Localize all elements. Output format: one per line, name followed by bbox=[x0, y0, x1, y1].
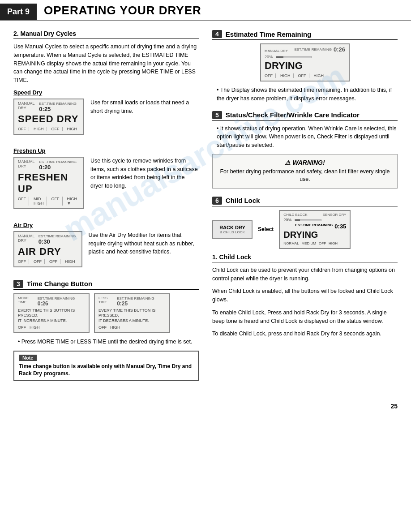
childlock-row: RACK DRY & CHILD LOCK Select CHILD BLOCK… bbox=[212, 210, 398, 249]
rack-dry-button[interactable]: RACK DRY & CHILD LOCK bbox=[212, 220, 253, 239]
rack-dry-sub: & CHILD LOCK bbox=[218, 230, 246, 234]
child-lock-p1: Child Lock can be used to prevent your c… bbox=[212, 266, 398, 283]
section-childlock: 6 Child Lock RACK DRY & CHILD LOCK Selec… bbox=[212, 197, 398, 338]
rack-dry-label: RACK DRY bbox=[218, 225, 246, 230]
freshen-up-desc: Use this cycle to remove wrinkles from i… bbox=[90, 157, 199, 190]
speed-dry-row: MANUAL DRY EST.TIME REMAINING 0:25 SPEED… bbox=[13, 99, 199, 137]
air-dry-row: MANUAL DRY EST.TIME REMAINING 0:30 AIR D… bbox=[13, 231, 199, 270]
note-box: Note Time change button is available onl… bbox=[13, 351, 199, 382]
select-label: Select bbox=[258, 226, 274, 232]
section5-heading: Status/Check Filter/Wrinkle Care Indicat… bbox=[226, 111, 360, 119]
part-badge: Part 9 bbox=[0, 4, 37, 20]
air-dry-heading: Air Dry bbox=[13, 222, 199, 228]
est-cycle-name: DRYING bbox=[265, 60, 345, 72]
warning-text: For better drying performance and safety… bbox=[219, 168, 391, 184]
status-bullet: It shows status of drying operation. Whe… bbox=[212, 124, 398, 150]
section3-heading-row: 3 Time Change Button bbox=[13, 280, 199, 290]
childlock-sub-heading: 1. Child Lock bbox=[212, 253, 398, 262]
section-est-time: 4 Estimated Time Remaining MANUAL DRY ES… bbox=[212, 30, 398, 103]
child-lock-p2: When Child Lock is enabled, all the butt… bbox=[212, 287, 398, 304]
section2-heading: 2. Manual Dry Cycles bbox=[13, 30, 199, 39]
freshen-up-time-value: 0:20 bbox=[39, 164, 51, 171]
tc-bullet: Press MORE TIME or LESS TIME until the d… bbox=[13, 338, 199, 346]
section6-heading-row: 6 Child Lock bbox=[212, 197, 398, 206]
main-content: 2. Manual Dry Cycles Use Manual Cycles t… bbox=[0, 21, 411, 398]
freshen-up-label: MANUAL DRY bbox=[18, 159, 39, 171]
air-dry-desc: Use the Air Dry Modifier for items that … bbox=[89, 231, 199, 256]
speed-dry-desc: Use for small loads or loads that need a… bbox=[90, 99, 199, 116]
left-column: 2. Manual Dry Cycles Use Manual Cycles t… bbox=[13, 30, 199, 389]
speed-dry-time-label: EST.TIME REMAINING bbox=[39, 102, 77, 106]
right-column: 4 Estimated Time Remaining MANUAL DRY ES… bbox=[212, 30, 398, 389]
page-number: 25 bbox=[0, 403, 411, 414]
est-bullet: The Display shows the estimated time rem… bbox=[212, 86, 398, 103]
section4-heading-row: 4 Estimated Time Remaining bbox=[212, 30, 398, 40]
child-lock-p3: To enable Child Lock, Press and hold Rac… bbox=[212, 309, 398, 326]
speed-dry-display: MANUAL DRY EST.TIME REMAINING 0:25 SPEED… bbox=[13, 99, 84, 135]
section5-heading-row: 5 Status/Check Filter/Wrinkle Care Indic… bbox=[212, 111, 398, 121]
section3-badge: 3 bbox=[13, 280, 23, 288]
air-dry-time-label: EST.TIME REMAINING bbox=[39, 234, 76, 238]
section6-badge: 6 bbox=[212, 197, 222, 205]
section4-badge: 4 bbox=[212, 30, 222, 38]
freshen-up-cycle-name: FRESHEN UP bbox=[18, 172, 80, 195]
page-title: OPERATING YOUR DRYER bbox=[44, 4, 201, 20]
note-label: Note bbox=[19, 355, 37, 361]
air-dry-display: MANUAL DRY EST.TIME REMAINING 0:30 AIR D… bbox=[13, 231, 82, 267]
speed-dry-label: MANUAL DRY bbox=[18, 101, 39, 112]
section-manual-dry: 2. Manual Dry Cycles Use Manual Cycles t… bbox=[13, 30, 199, 270]
cl-cycle-name: DRYING bbox=[283, 230, 346, 240]
freshen-up-row: MANUAL DRY EST.TIME REMAINING 0:20 FRESH… bbox=[13, 157, 199, 212]
note-text: Time change button is available only wit… bbox=[19, 363, 193, 378]
speed-dry-time-value: 0:25 bbox=[39, 106, 51, 112]
time-change-displays: MORE TIME EST.TIME REMAINING 0:26 EVERY … bbox=[13, 293, 199, 333]
freshen-up-display: MANUAL DRY EST.TIME REMAINING 0:20 FRESH… bbox=[13, 157, 84, 209]
progress-fill bbox=[276, 56, 283, 58]
section-status: 5 Status/Check Filter/Wrinkle Care Indic… bbox=[212, 111, 398, 189]
cl-time-value: 0:35 bbox=[334, 223, 346, 230]
section-time-change: 3 Time Change Button MORE TIME EST.TIME … bbox=[13, 280, 199, 381]
est-time-display: MANUAL DRY EST.TIME REMAINING 0:26 20% D… bbox=[260, 43, 350, 82]
air-dry-time-value: 0:30 bbox=[39, 238, 50, 245]
air-dry-bottom: OFF OFF OFF HIGH bbox=[18, 259, 78, 264]
child-lock-p4: To disable Child Lock, press and hold Ra… bbox=[212, 330, 398, 338]
section3-heading: Time Change Button bbox=[27, 280, 92, 287]
speed-dry-cycle-name: SPEED DRY bbox=[18, 113, 80, 125]
section6-heading: Child Lock bbox=[226, 197, 260, 204]
part-label: Part 9 bbox=[7, 7, 30, 17]
speed-dry-heading: Speed Dry bbox=[13, 89, 199, 96]
air-dry-label: MANUAL DRY bbox=[18, 234, 39, 245]
cl-badge: CHILD BLOCK bbox=[283, 213, 307, 217]
air-dry-cycle-name: AIR DRY bbox=[18, 246, 78, 257]
freshen-up-time-label: EST.TIME REMAINING bbox=[39, 160, 77, 164]
warning-box: ⚠ WARNING! For better drying performance… bbox=[212, 154, 398, 189]
page-header: Part 9 OPERATING YOUR DRYER bbox=[0, 0, 411, 21]
speed-dry-bottom: OFF HIGH OFF HIGH bbox=[18, 127, 80, 131]
childlock-display: CHILD BLOCK SENSOR DRY 20% EST.TIME REMA… bbox=[279, 210, 351, 249]
section2-body: Use Manual Cycles to select a specific a… bbox=[13, 43, 199, 85]
section5-badge: 5 bbox=[212, 111, 222, 119]
section4-heading: Estimated Time Remaining bbox=[226, 30, 311, 38]
tc-right-display: LESS TIME EST.TIME REMAINING 0:25 EVERY … bbox=[94, 293, 170, 333]
freshen-up-bottom: OFF MID HIGH OFF HIGH ▼ bbox=[18, 197, 80, 206]
warning-title: ⚠ WARNING! bbox=[219, 159, 391, 166]
tc-left-display: MORE TIME EST.TIME REMAINING 0:26 EVERY … bbox=[13, 293, 90, 333]
sensor-badge: SENSOR DRY bbox=[323, 213, 347, 217]
freshen-up-heading: Freshen Up bbox=[13, 147, 199, 154]
